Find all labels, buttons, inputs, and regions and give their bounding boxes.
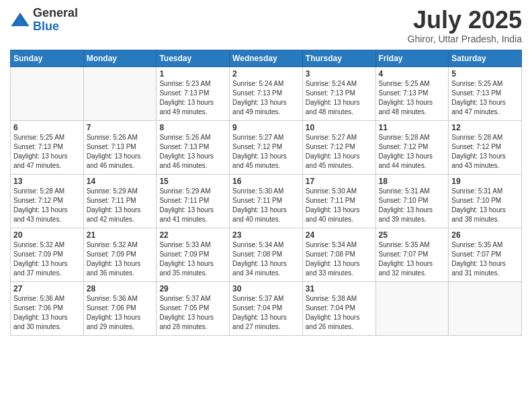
- week-row-5: 27Sunrise: 5:36 AMSunset: 7:06 PMDayligh…: [11, 281, 522, 335]
- day-info: Sunrise: 5:25 AMSunset: 7:13 PMDaylight:…: [379, 79, 446, 117]
- day-number: 28: [87, 284, 154, 293]
- calendar-cell: 26Sunrise: 5:35 AMSunset: 7:07 PMDayligh…: [449, 228, 522, 281]
- calendar-cell: [375, 281, 449, 335]
- day-number: 29: [159, 284, 226, 293]
- day-info: Sunrise: 5:30 AMSunset: 7:11 PMDaylight:…: [232, 187, 300, 224]
- day-info: Sunrise: 5:24 AMSunset: 7:13 PMDaylight:…: [232, 79, 300, 117]
- day-number: 24: [306, 230, 373, 240]
- day-number: 26: [451, 230, 519, 240]
- calendar: SundayMondayTuesdayWednesdayThursdayFrid…: [10, 50, 522, 336]
- calendar-cell: [83, 66, 157, 120]
- page: General Blue July 2025 Ghiror, Uttar Pra…: [0, 0, 532, 411]
- day-header-friday: Friday: [375, 50, 449, 66]
- calendar-cell: 6Sunrise: 5:25 AMSunset: 7:13 PMDaylight…: [11, 120, 84, 174]
- day-number: 31: [306, 284, 373, 293]
- day-number: 6: [13, 123, 81, 132]
- calendar-cell: 21Sunrise: 5:32 AMSunset: 7:09 PMDayligh…: [83, 228, 157, 281]
- logo-blue: Blue: [33, 20, 78, 34]
- day-number: 12: [451, 123, 519, 132]
- day-info: Sunrise: 5:29 AMSunset: 7:11 PMDaylight:…: [159, 187, 226, 224]
- calendar-cell: 3Sunrise: 5:24 AMSunset: 7:13 PMDaylight…: [302, 66, 375, 120]
- calendar-cell: 13Sunrise: 5:28 AMSunset: 7:12 PMDayligh…: [11, 174, 84, 228]
- day-info: Sunrise: 5:37 AMSunset: 7:05 PMDaylight:…: [159, 294, 226, 332]
- day-info: Sunrise: 5:33 AMSunset: 7:09 PMDaylight:…: [159, 240, 226, 278]
- day-info: Sunrise: 5:23 AMSunset: 7:13 PMDaylight:…: [159, 79, 226, 117]
- day-number: 16: [232, 177, 300, 186]
- day-info: Sunrise: 5:32 AMSunset: 7:09 PMDaylight:…: [13, 240, 81, 278]
- day-info: Sunrise: 5:32 AMSunset: 7:09 PMDaylight:…: [87, 240, 154, 278]
- calendar-cell: 31Sunrise: 5:38 AMSunset: 7:04 PMDayligh…: [302, 281, 375, 335]
- calendar-cell: 7Sunrise: 5:26 AMSunset: 7:13 PMDaylight…: [83, 120, 157, 174]
- logo-text: General Blue: [33, 7, 78, 34]
- calendar-cell: 16Sunrise: 5:30 AMSunset: 7:11 PMDayligh…: [230, 174, 303, 228]
- header: General Blue July 2025 Ghiror, Uttar Pra…: [10, 7, 522, 44]
- day-info: Sunrise: 5:35 AMSunset: 7:07 PMDaylight:…: [451, 240, 519, 278]
- day-number: 4: [379, 69, 446, 79]
- calendar-cell: 15Sunrise: 5:29 AMSunset: 7:11 PMDayligh…: [157, 174, 230, 228]
- day-number: 1: [159, 69, 226, 79]
- calendar-cell: 22Sunrise: 5:33 AMSunset: 7:09 PMDayligh…: [157, 228, 230, 281]
- title-block: July 2025 Ghiror, Uttar Pradesh, India: [408, 7, 522, 44]
- day-number: 13: [13, 177, 81, 186]
- calendar-cell: 1Sunrise: 5:23 AMSunset: 7:13 PMDaylight…: [157, 66, 230, 120]
- day-number: 14: [87, 177, 154, 186]
- day-info: Sunrise: 5:29 AMSunset: 7:11 PMDaylight:…: [87, 187, 154, 224]
- day-info: Sunrise: 5:28 AMSunset: 7:12 PMDaylight:…: [451, 133, 519, 171]
- calendar-cell: 10Sunrise: 5:27 AMSunset: 7:12 PMDayligh…: [302, 120, 375, 174]
- day-info: Sunrise: 5:38 AMSunset: 7:04 PMDaylight:…: [306, 294, 373, 332]
- day-info: Sunrise: 5:28 AMSunset: 7:12 PMDaylight:…: [379, 133, 446, 171]
- day-number: 22: [159, 230, 226, 240]
- day-info: Sunrise: 5:34 AMSunset: 7:08 PMDaylight:…: [306, 240, 373, 278]
- day-header-tuesday: Tuesday: [157, 50, 230, 66]
- day-number: 18: [379, 177, 446, 186]
- day-number: 23: [232, 230, 300, 240]
- day-info: Sunrise: 5:36 AMSunset: 7:06 PMDaylight:…: [87, 294, 154, 332]
- calendar-cell: 25Sunrise: 5:35 AMSunset: 7:07 PMDayligh…: [375, 228, 449, 281]
- day-info: Sunrise: 5:31 AMSunset: 7:10 PMDaylight:…: [451, 187, 519, 224]
- day-number: 21: [87, 230, 154, 240]
- calendar-cell: 2Sunrise: 5:24 AMSunset: 7:13 PMDaylight…: [230, 66, 303, 120]
- day-header-wednesday: Wednesday: [230, 50, 303, 66]
- week-row-3: 13Sunrise: 5:28 AMSunset: 7:12 PMDayligh…: [11, 174, 522, 228]
- day-info: Sunrise: 5:34 AMSunset: 7:08 PMDaylight:…: [232, 240, 300, 278]
- calendar-cell: 9Sunrise: 5:27 AMSunset: 7:12 PMDaylight…: [230, 120, 303, 174]
- calendar-cell: 23Sunrise: 5:34 AMSunset: 7:08 PMDayligh…: [230, 228, 303, 281]
- day-number: 10: [306, 123, 373, 132]
- day-info: Sunrise: 5:25 AMSunset: 7:13 PMDaylight:…: [13, 133, 81, 171]
- calendar-cell: 12Sunrise: 5:28 AMSunset: 7:12 PMDayligh…: [449, 120, 522, 174]
- day-number: 19: [451, 177, 519, 186]
- month-title: July 2025: [408, 7, 522, 34]
- day-number: 15: [159, 177, 226, 186]
- day-number: 20: [13, 230, 81, 240]
- week-row-4: 20Sunrise: 5:32 AMSunset: 7:09 PMDayligh…: [11, 228, 522, 281]
- day-number: 25: [379, 230, 446, 240]
- day-info: Sunrise: 5:26 AMSunset: 7:13 PMDaylight:…: [159, 133, 226, 171]
- day-info: Sunrise: 5:25 AMSunset: 7:13 PMDaylight:…: [451, 79, 519, 117]
- day-header-saturday: Saturday: [449, 50, 522, 66]
- calendar-cell: 29Sunrise: 5:37 AMSunset: 7:05 PMDayligh…: [157, 281, 230, 335]
- calendar-cell: 19Sunrise: 5:31 AMSunset: 7:10 PMDayligh…: [449, 174, 522, 228]
- day-info: Sunrise: 5:28 AMSunset: 7:12 PMDaylight:…: [13, 187, 81, 224]
- calendar-cell: 11Sunrise: 5:28 AMSunset: 7:12 PMDayligh…: [375, 120, 449, 174]
- calendar-cell: 8Sunrise: 5:26 AMSunset: 7:13 PMDaylight…: [157, 120, 230, 174]
- calendar-cell: 17Sunrise: 5:30 AMSunset: 7:11 PMDayligh…: [302, 174, 375, 228]
- calendar-header-row: SundayMondayTuesdayWednesdayThursdayFrid…: [11, 50, 522, 66]
- calendar-cell: 27Sunrise: 5:36 AMSunset: 7:06 PMDayligh…: [11, 281, 84, 335]
- day-header-sunday: Sunday: [11, 50, 84, 66]
- day-info: Sunrise: 5:27 AMSunset: 7:12 PMDaylight:…: [232, 133, 300, 171]
- day-header-thursday: Thursday: [302, 50, 375, 66]
- day-info: Sunrise: 5:35 AMSunset: 7:07 PMDaylight:…: [379, 240, 446, 278]
- day-info: Sunrise: 5:26 AMSunset: 7:13 PMDaylight:…: [87, 133, 154, 171]
- day-info: Sunrise: 5:31 AMSunset: 7:10 PMDaylight:…: [379, 187, 446, 224]
- calendar-cell: [11, 66, 84, 120]
- day-header-monday: Monday: [83, 50, 157, 66]
- calendar-cell: 28Sunrise: 5:36 AMSunset: 7:06 PMDayligh…: [83, 281, 157, 335]
- calendar-cell: 5Sunrise: 5:25 AMSunset: 7:13 PMDaylight…: [449, 66, 522, 120]
- week-row-1: 1Sunrise: 5:23 AMSunset: 7:13 PMDaylight…: [11, 66, 522, 120]
- day-number: 3: [306, 69, 373, 79]
- day-number: 27: [13, 284, 81, 293]
- calendar-cell: 4Sunrise: 5:25 AMSunset: 7:13 PMDaylight…: [375, 66, 449, 120]
- day-info: Sunrise: 5:24 AMSunset: 7:13 PMDaylight:…: [306, 79, 373, 117]
- day-number: 8: [159, 123, 226, 132]
- day-number: 17: [306, 177, 373, 186]
